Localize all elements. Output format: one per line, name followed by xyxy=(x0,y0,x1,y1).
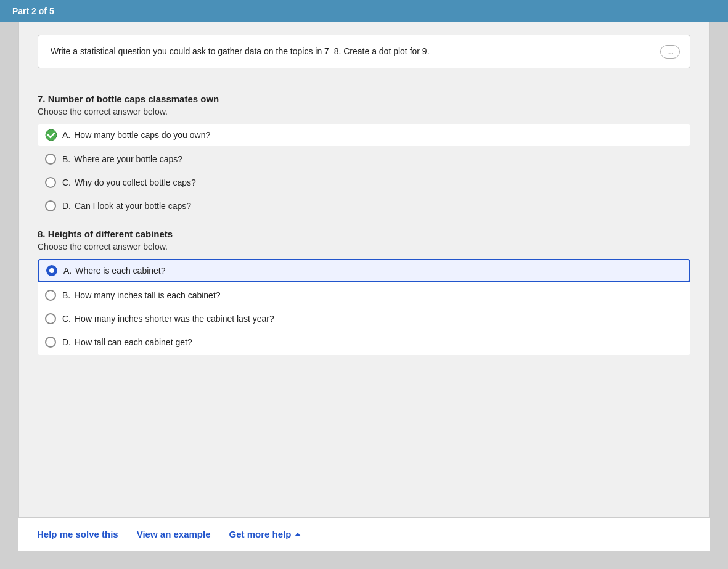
more-button[interactable]: ... xyxy=(660,45,680,59)
footer-strip xyxy=(0,551,728,569)
q8-a-radio xyxy=(46,265,57,276)
q8-c-radio xyxy=(45,313,56,324)
bottom-bar: Help me solve this View an example Get m… xyxy=(18,517,710,551)
q7-option-c[interactable]: C. Why do you collect bottle caps? xyxy=(38,172,690,193)
q8-b-radio xyxy=(45,290,56,301)
q7-c-letter: C. xyxy=(62,178,71,187)
instruction-box: Write a statistical question you could a… xyxy=(38,35,690,68)
question7-choose-label: Choose the correct answer below. xyxy=(38,107,690,117)
q8-d-text: How tall can each cabinet get? xyxy=(75,337,192,347)
q7-d-text: Can I look at your bottle caps? xyxy=(75,201,191,211)
main-content: Write a statistical question you could a… xyxy=(18,22,710,517)
divider xyxy=(38,81,690,81)
get-more-help-link[interactable]: Get more help xyxy=(229,529,301,539)
check-icon xyxy=(45,129,57,141)
question7-section: 7. Number of bottle caps classmates own … xyxy=(38,94,690,216)
q7-a-text: How many bottle caps do you own? xyxy=(74,130,210,140)
q7-option-b[interactable]: B. Where are your bottle caps? xyxy=(38,149,690,170)
q7-c-radio xyxy=(45,177,56,188)
svg-point-0 xyxy=(46,129,57,141)
q7-b-radio xyxy=(45,154,56,165)
q8-option-d[interactable]: D. How tall can each cabinet get? xyxy=(38,332,690,353)
get-more-help-text: Get more help xyxy=(229,529,292,539)
q7-option-a[interactable]: A. How many bottle caps do you own? xyxy=(38,124,690,146)
help-me-solve-link[interactable]: Help me solve this xyxy=(37,529,118,539)
q8-d-letter: D. xyxy=(62,337,71,347)
view-example-link[interactable]: View an example xyxy=(137,529,211,539)
question8-label: 8. Heights of different cabinets xyxy=(38,229,690,239)
q7-c-text: Why do you collect bottle caps? xyxy=(75,178,196,187)
q7-option-d[interactable]: D. Can I look at your bottle caps? xyxy=(38,195,690,216)
question8-choose-label: Choose the correct answer below. xyxy=(38,242,690,252)
question8-section: 8. Heights of different cabinets Choose … xyxy=(38,229,690,355)
q7-b-letter: B. xyxy=(62,154,70,164)
question7-label: 7. Number of bottle caps classmates own xyxy=(38,94,690,104)
top-bar-title: Part 2 of 5 xyxy=(12,6,54,16)
q7-a-letter: A. xyxy=(62,130,70,140)
q8-b-letter: B. xyxy=(62,290,70,300)
q8-c-letter: C. xyxy=(62,314,71,324)
q8-option-a[interactable]: A. Where is each cabinet? xyxy=(38,259,690,282)
q8-a-text: Where is each cabinet? xyxy=(75,266,165,276)
question7-options: A. How many bottle caps do you own? B. W… xyxy=(38,124,690,216)
q8-option-c[interactable]: C. How many inches shorter was the cabin… xyxy=(38,308,690,329)
q8-c-text: How many inches shorter was the cabinet … xyxy=(75,314,274,324)
chevron-up-icon xyxy=(295,533,301,536)
q7-b-text: Where are your bottle caps? xyxy=(74,154,182,164)
q8-option-b[interactable]: B. How many inches tall is each cabinet? xyxy=(38,285,690,306)
top-bar: Part 2 of 5 xyxy=(0,0,728,22)
q8-b-text: How many inches tall is each cabinet? xyxy=(74,290,220,300)
q8-a-radio-dot xyxy=(49,268,54,273)
q7-d-letter: D. xyxy=(62,201,71,211)
q7-d-radio xyxy=(45,200,56,211)
question8-options: A. Where is each cabinet? B. How many in… xyxy=(38,259,690,355)
q8-d-radio xyxy=(45,337,56,348)
q8-a-letter: A. xyxy=(63,266,72,276)
instruction-text: Write a statistical question you could a… xyxy=(51,46,430,56)
